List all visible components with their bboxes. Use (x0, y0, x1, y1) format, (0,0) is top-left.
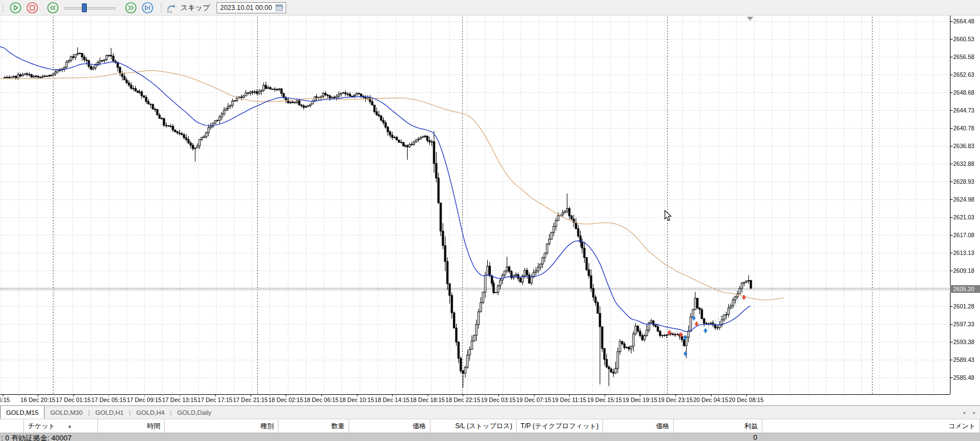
speed-slider-handle[interactable] (82, 3, 87, 12)
chart-area[interactable]: 2664.482660.532656.582652.632648.682644.… (0, 16, 980, 405)
price-axis-label: 2613.13 (953, 250, 979, 256)
orders-column-header[interactable] (0, 419, 24, 433)
price-axis-label: 2640.78 (953, 125, 979, 131)
time-axis-label: 17 Dec 17:15 (198, 396, 232, 403)
price-axis-label: 2589.43 (953, 357, 979, 363)
time-axis-label: 17 Dec 05:15 (91, 396, 126, 403)
price-axis-label: 2593.38 (953, 339, 979, 345)
chart-tab-label: GOLD,M30 (50, 409, 82, 416)
skip-steps-icon (165, 2, 178, 14)
orders-column-header-数量[interactable]: 数量 (278, 419, 349, 433)
current-price-badge: 2605.20 (950, 285, 980, 293)
time-axis-label: 19 Dec 23:15 (658, 396, 693, 403)
toolbar-separator (161, 3, 161, 13)
chart-tab-bar: GOLD,M15GOLD,M30|GOLD,H1|GOLD,H4|GOLD,Da… (0, 405, 980, 419)
chart-tab-gold-daily[interactable]: GOLD,Daily (171, 406, 217, 419)
chart-tab-gold-h4[interactable]: GOLD,H4 (131, 406, 170, 419)
time-axis-label: 18 Dec 02:15 (268, 396, 303, 403)
tab-nav: ◂ ▸ (963, 406, 976, 419)
stop-button[interactable] (26, 1, 39, 14)
orders-column-header-価格[interactable]: 価格 (349, 419, 430, 433)
speed-slider[interactable] (64, 1, 115, 14)
price-axis-label: 2601.28 (953, 303, 979, 310)
price-axis-label: 2617.08 (953, 232, 979, 238)
rewind-icon (47, 2, 59, 14)
chart-tab-gold-m15[interactable]: GOLD,M15 (0, 406, 45, 419)
rewind-button[interactable] (46, 1, 60, 14)
skip-to-end-icon (141, 2, 154, 14)
fast-forward-button[interactable] (124, 1, 138, 14)
time-axis-label: 19 Dec 15:15 (587, 396, 621, 403)
chart-tab-label: GOLD,M15 (6, 409, 38, 416)
price-axis-label: 2664.48 (953, 18, 979, 24)
price-axis-label: 2597.33 (953, 321, 979, 327)
status-profit-value: 0 (675, 433, 757, 441)
orders-column-header-T/P (テイクプロフィット)[interactable]: T/P (テイクプロフィット) (517, 419, 603, 433)
status-bar: : 0 有効証拠金: 40007 0 (0, 433, 980, 441)
status-equity-text: : 0 有効証拠金: 40007 (1, 433, 71, 441)
time-axis-label: 18 Dec 14:15 (375, 396, 409, 403)
chart-tab-label: GOLD,H1 (95, 409, 124, 416)
price-axis-label: 2621.03 (953, 214, 979, 220)
column-header-label: コメント (948, 422, 976, 431)
speed-slider-track[interactable] (64, 7, 115, 9)
time-axis-label: 18 Dec 06:15 (304, 396, 339, 403)
toolbar-grip (3, 3, 3, 13)
stop-icon (26, 2, 38, 14)
orders-column-header-種別[interactable]: 種別 (165, 419, 278, 433)
price-axis-label: 2632.88 (953, 161, 979, 167)
price-axis-label: 2624.98 (953, 197, 979, 203)
tester-toolbar: スキップ 2023.10.01 00:00 (0, 0, 980, 16)
time-axis-label: 20 Dec 04:15 (693, 396, 728, 403)
time-axis-label: 17 Dec 13:15 (162, 396, 197, 403)
time-axis-label: 17 Dec 09:15 (127, 396, 161, 403)
fast-forward-icon (125, 2, 137, 14)
column-header-label: 価格 (656, 422, 669, 431)
column-header-label: T/P (テイクプロフィット) (521, 422, 599, 431)
time-axis-label: 17 Dec 21:15 (233, 396, 267, 403)
orders-column-header-コメント[interactable]: コメント (762, 419, 980, 433)
price-axis-label: 2609.18 (953, 268, 979, 274)
orders-column-header-チケット[interactable]: チケット▲ (24, 419, 98, 433)
chart-tab-label: GOLD,Daily (177, 409, 211, 416)
column-header-label: 価格 (413, 422, 426, 431)
tab-nav-right-icon[interactable]: ▸ (973, 410, 976, 415)
skip-label: スキップ (180, 3, 210, 13)
skip-button[interactable] (165, 1, 178, 14)
orders-column-header-S/L (ストップロス)[interactable]: S/L (ストップロス) (430, 419, 517, 433)
orders-column-header-利益[interactable]: 利益 (674, 419, 762, 433)
column-header-label: S/L (ストップロス) (455, 422, 512, 431)
price-axis-label: 2652.63 (953, 72, 979, 78)
play-button[interactable] (9, 1, 22, 14)
time-axis-label: 18 Dec 18:15 (410, 396, 444, 403)
sort-ascending-icon: ▲ (67, 424, 72, 429)
calendar-icon[interactable] (276, 4, 284, 12)
price-chart-canvas[interactable] (0, 16, 980, 405)
time-axis-label: 19 Dec 07:15 (516, 396, 551, 403)
time-axis-label: 17 Dec 01:15 (56, 396, 90, 403)
tab-nav-left-icon[interactable]: ◂ (963, 410, 966, 415)
time-axis-label: 18 Dec 10:15 (339, 396, 374, 403)
time-axis-label: 19 Dec 03:15 (481, 396, 516, 403)
time-axis-label: 19 Dec 19:15 (623, 396, 657, 403)
time-axis-label: 19 Dec 11:15 (552, 396, 586, 403)
time-axis-label: 18 Dec 22:15 (445, 396, 480, 403)
price-axis-label: 2628.93 (953, 179, 979, 185)
time-axis-label: 16 Dec 20:15 (21, 396, 55, 403)
chart-tab-gold-h1[interactable]: GOLD,H1 (90, 406, 129, 419)
chart-tab-gold-m30[interactable]: GOLD,M30 (45, 406, 88, 419)
price-axis-label: 2644.73 (953, 107, 979, 114)
price-axis-label: 2660.53 (953, 36, 979, 42)
start-date-value: 2023.10.01 00:00 (220, 4, 272, 12)
column-header-label: チケット (28, 422, 55, 431)
orders-column-header-価格[interactable]: 価格 (603, 419, 674, 433)
time-axis-label: 20 Dec 08:15 (729, 396, 763, 403)
orders-table-header: チケット▲時間種別数量価格S/L (ストップロス)T/P (テイクプロフィット)… (0, 419, 980, 433)
column-header-label: 利益 (744, 422, 758, 431)
price-axis-label: 2585.48 (953, 375, 979, 381)
start-date-input[interactable]: 2023.10.01 00:00 (217, 2, 286, 13)
orders-column-header-時間[interactable]: 時間 (98, 419, 165, 433)
play-icon (9, 2, 22, 14)
strategy-tester-window: スキップ 2023.10.01 00:00 2664.482660.532656… (0, 0, 980, 441)
skip-to-end-button[interactable] (141, 1, 154, 14)
